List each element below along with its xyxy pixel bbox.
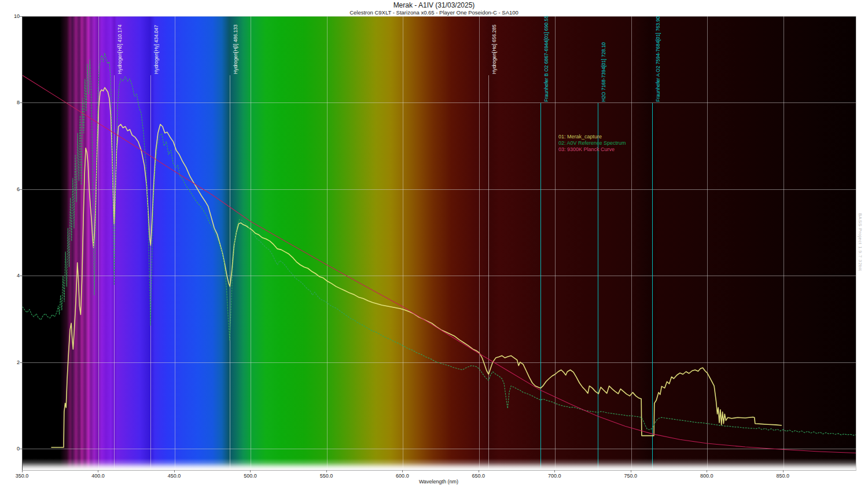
telluric-line-marker <box>598 103 598 470</box>
gridline-vertical <box>555 16 556 470</box>
y-tick-label: 10 <box>3 13 20 19</box>
page-title: Merak - A1IV (31/03/2025) <box>0 1 868 9</box>
x-tick-mark <box>707 470 707 472</box>
x-tick-label: 450.0 <box>161 473 187 479</box>
spectral-line-label: Hydrogen[Hα] 656.285 <box>491 24 497 74</box>
x-tick-label: 650.0 <box>466 473 491 479</box>
x-tick-mark <box>402 470 403 472</box>
x-tick-label: 700.0 <box>542 473 567 479</box>
legend-item: 03: 9300K Planck Curve <box>558 146 626 153</box>
y-tick-label: 6 <box>3 186 20 192</box>
spectrum-background <box>23 16 856 470</box>
legend-item: 01: Merak_capture <box>558 134 626 140</box>
gridline-horizontal <box>23 449 856 449</box>
y-tick-mark <box>20 362 22 363</box>
x-tick-label: 850.0 <box>770 473 796 479</box>
x-tick-mark <box>554 470 555 472</box>
x-tick-label: 750.0 <box>618 473 643 479</box>
legend-item: 02: A0V Reference Spectrum <box>558 140 626 146</box>
gridline-horizontal <box>23 189 856 190</box>
element-line-marker <box>230 75 230 470</box>
x-tick-mark <box>174 470 175 472</box>
gridline-vertical <box>98 16 99 470</box>
spectral-line-label: H2O 7168-7394[01] 728.10 <box>601 42 606 102</box>
gridline-vertical <box>479 16 480 470</box>
telluric-line-marker <box>652 103 653 470</box>
x-tick-mark <box>22 470 23 472</box>
spectral-line-label: Hydrogen[Hδ] 410.174 <box>117 24 123 74</box>
gridline-horizontal <box>23 276 856 276</box>
y-tick-mark <box>20 449 22 449</box>
x-tick-mark <box>479 470 479 472</box>
y-tick-mark <box>20 102 22 103</box>
y-tick-label: 0 <box>3 446 20 452</box>
y-tick-mark <box>20 276 22 276</box>
gridline-vertical <box>327 16 328 470</box>
gridline-horizontal <box>23 362 856 363</box>
element-line-marker <box>150 75 151 470</box>
y-tick-label: 2 <box>3 359 20 365</box>
gridline-vertical <box>403 16 403 470</box>
x-tick-label: 600.0 <box>389 473 415 479</box>
x-tick-mark <box>631 470 631 472</box>
y-tick-label: 4 <box>3 273 20 278</box>
gridline-vertical <box>251 16 251 470</box>
x-axis-title: Wavelength (nm) <box>22 479 855 485</box>
x-tick-label: 550.0 <box>314 473 339 479</box>
y-tick-label: 8 <box>3 100 20 105</box>
app-version-watermark: BASS Project 1.9.7 32bit <box>858 213 863 271</box>
y-tick-mark <box>20 16 22 17</box>
x-tick-label: 800.0 <box>694 473 719 479</box>
x-tick-label: 350.0 <box>9 473 35 479</box>
y-tick-mark <box>20 189 22 190</box>
element-line-marker <box>488 75 489 470</box>
x-tick-mark <box>326 470 327 472</box>
x-tick-mark <box>783 470 784 472</box>
page-subtitle: Celestron C9XLT - Starizona x0.65 - Play… <box>0 9 868 16</box>
legend: 01: Merak_capture02: A0V Reference Spect… <box>558 134 626 153</box>
spectral-line-label: Hydrogen[Hγ] 434.047 <box>153 25 159 74</box>
gridline-vertical <box>707 16 708 470</box>
spectral-line-label: Fraunhofer B O2 6867-6944[01] 690.55 <box>543 16 549 102</box>
gridline-vertical <box>631 16 632 470</box>
gridline-horizontal <box>23 16 856 17</box>
x-tick-mark <box>98 470 98 472</box>
gridline-vertical <box>175 16 175 470</box>
spectrum-bottom-fade <box>23 458 856 470</box>
x-tick-mark <box>250 470 251 472</box>
gridline-horizontal <box>23 102 856 103</box>
spectral-line-label: Hydrogen[Hβ] 486.133 <box>233 24 238 74</box>
spectral-line-label: Fraunhofer A O2 7594-7684[01] 763.90 <box>655 16 661 102</box>
x-tick-label: 400.0 <box>85 473 111 479</box>
element-line-marker <box>114 75 115 470</box>
spectroscopy-chart-window: Merak - A1IV (31/03/2025) Celestron C9XL… <box>0 0 868 488</box>
telluric-line-marker <box>540 103 541 470</box>
x-tick-label: 500.0 <box>237 473 263 479</box>
plot-canvas[interactable]: Hydrogen[Hδ] 410.174Hydrogen[Hγ] 434.047… <box>22 16 856 471</box>
gridline-vertical <box>784 16 784 470</box>
